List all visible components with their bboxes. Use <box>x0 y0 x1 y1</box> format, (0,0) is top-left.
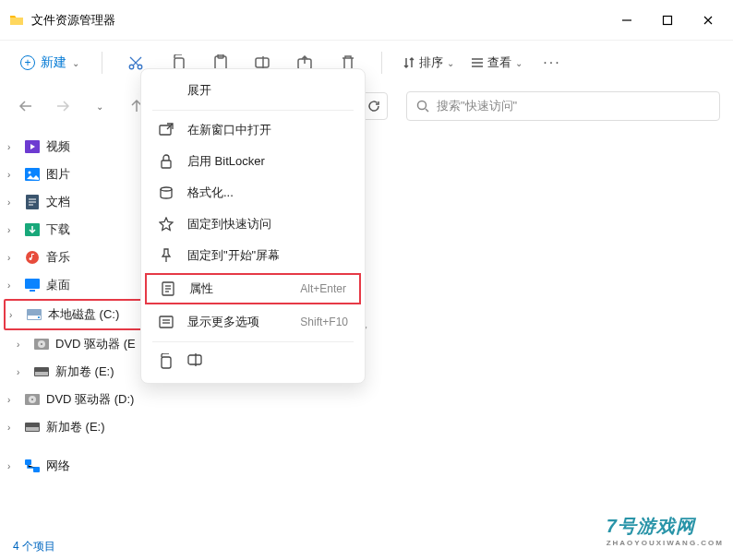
titlebar: 文件资源管理器 <box>0 0 733 41</box>
menu-properties[interactable]: 属性Alt+Enter <box>145 273 361 304</box>
svg-point-13 <box>418 101 427 110</box>
svg-rect-24 <box>25 279 40 289</box>
search-input[interactable]: 搜索"快速访问" <box>406 91 720 121</box>
svg-rect-45 <box>162 161 171 168</box>
search-placeholder: 搜索"快速访问" <box>437 98 517 114</box>
menu-more-options[interactable]: 显示更多选项Shift+F10 <box>143 306 363 338</box>
sidebar-item-desktop[interactable]: ›桌面 <box>4 271 142 299</box>
folder-icon <box>9 13 24 28</box>
format-icon <box>158 185 174 201</box>
svg-point-46 <box>161 187 172 191</box>
item-count: 4 个项目 <box>13 539 55 554</box>
menu-icon-row <box>143 346 363 377</box>
disk-icon <box>26 306 42 323</box>
star-icon <box>158 216 174 232</box>
menu-expand[interactable]: 展开 <box>143 75 363 106</box>
svg-rect-25 <box>30 290 35 292</box>
svg-rect-1 <box>664 16 672 24</box>
svg-rect-54 <box>162 357 171 368</box>
body: ›视频 ›图片 ›文档 ›下载 ›音乐 ›桌面 ›本地磁盘 (C:) ›DVD … <box>0 127 733 532</box>
toolbar: + 新建 ⌄ 排序 ⌄ 查看 ⌄ ··· <box>0 41 733 85</box>
sidebar-item-music[interactable]: ›音乐 <box>4 244 142 271</box>
back-button[interactable] <box>13 93 39 119</box>
sidebar-item-network[interactable]: ›网络 <box>4 452 142 480</box>
downloads-icon <box>24 221 41 238</box>
close-button[interactable] <box>702 14 715 27</box>
svg-rect-38 <box>26 427 39 431</box>
statusbar: 4 个项目 <box>0 532 68 560</box>
sidebar-item-new-volume-e2[interactable]: ›新加卷 (E:) <box>4 413 142 441</box>
chevron-down-icon: ⌄ <box>72 58 79 68</box>
dvd-icon <box>24 391 41 408</box>
chevron-down-icon: ⌄ <box>515 58 523 68</box>
disk-icon <box>33 363 50 380</box>
new-label: 新建 <box>41 54 66 71</box>
documents-icon <box>24 194 41 210</box>
nav-area: ⌄ 搜索"快速访问" <box>0 85 733 127</box>
svg-point-31 <box>41 343 42 345</box>
lock-icon <box>158 153 174 170</box>
view-label: 查看 <box>487 54 511 71</box>
watermark: 7号游戏网 ZHAOYOUXIWANG.COM <box>607 514 724 547</box>
svg-point-3 <box>138 65 142 69</box>
view-button[interactable]: 查看 ⌄ <box>465 51 528 75</box>
separator <box>102 52 102 74</box>
forward-button[interactable] <box>50 93 76 119</box>
svg-rect-33 <box>35 372 48 375</box>
desktop-icon <box>24 277 41 293</box>
menu-new-window[interactable]: 在新窗口中打开 <box>143 114 363 146</box>
more-icon <box>158 314 174 330</box>
svg-line-14 <box>426 109 428 112</box>
svg-rect-39 <box>25 459 31 465</box>
window-title: 文件资源管理器 <box>31 12 620 29</box>
properties-icon <box>160 280 176 297</box>
window-controls <box>620 14 724 27</box>
pin-icon <box>158 247 174 264</box>
sidebar-item-video[interactable]: ›视频 <box>4 133 142 161</box>
svg-rect-51 <box>160 316 173 328</box>
video-icon <box>24 138 41 155</box>
recent-button[interactable]: ⌄ <box>87 93 113 119</box>
svg-point-17 <box>29 172 31 174</box>
network-icon <box>24 458 41 474</box>
sidebar-item-documents[interactable]: ›文档 <box>4 188 142 216</box>
svg-point-36 <box>31 399 33 400</box>
separator <box>152 341 354 342</box>
menu-pin-start[interactable]: 固定到"开始"屏幕 <box>143 240 363 271</box>
maximize-button[interactable] <box>661 14 674 27</box>
menu-bitlocker[interactable]: 启用 BitLocker <box>143 146 363 177</box>
sidebar-item-local-disk-c[interactable]: ›本地磁盘 (C:) <box>4 299 142 330</box>
svg-rect-7 <box>256 58 269 67</box>
copy-icon[interactable] <box>158 353 173 370</box>
sidebar: ›视频 ›图片 ›文档 ›下载 ›音乐 ›桌面 ›本地磁盘 (C:) ›DVD … <box>0 127 146 532</box>
music-icon <box>24 249 41 266</box>
separator <box>152 110 354 111</box>
disk-icon <box>24 419 41 435</box>
sort-icon <box>403 56 415 69</box>
svg-rect-55 <box>188 355 201 364</box>
sidebar-item-pictures[interactable]: ›图片 <box>4 161 142 188</box>
menu-pin-quick[interactable]: 固定到快速访问 <box>143 209 363 240</box>
new-button[interactable]: + 新建 ⌄ <box>13 51 87 75</box>
sidebar-item-dvd-e[interactable]: ›DVD 驱动器 (E <box>4 330 142 358</box>
more-button[interactable]: ··· <box>534 48 571 77</box>
pictures-icon <box>24 166 41 183</box>
sort-button[interactable]: 排序 ⌄ <box>397 51 460 75</box>
minimize-button[interactable] <box>620 14 633 27</box>
svg-point-2 <box>129 65 134 69</box>
menu-format[interactable]: 格式化... <box>143 177 363 209</box>
new-window-icon <box>158 122 174 138</box>
separator <box>381 52 382 74</box>
plus-icon: + <box>20 55 35 70</box>
sort-label: 排序 <box>419 54 443 71</box>
context-menu: 展开 在新窗口中打开 启用 BitLocker 格式化... 固定到快速访问 固… <box>140 68 366 384</box>
sidebar-item-new-volume-e1[interactable]: ›新加卷 (E:) <box>4 358 142 386</box>
view-icon <box>471 56 484 69</box>
svg-point-28 <box>38 316 40 318</box>
rename-icon[interactable] <box>187 353 204 370</box>
dvd-icon <box>33 336 50 352</box>
chevron-down-icon: ⌄ <box>447 58 454 68</box>
sidebar-item-dvd-d[interactable]: ›DVD 驱动器 (D:) <box>4 386 142 413</box>
sidebar-item-downloads[interactable]: ›下载 <box>4 216 142 244</box>
search-icon <box>416 100 429 113</box>
